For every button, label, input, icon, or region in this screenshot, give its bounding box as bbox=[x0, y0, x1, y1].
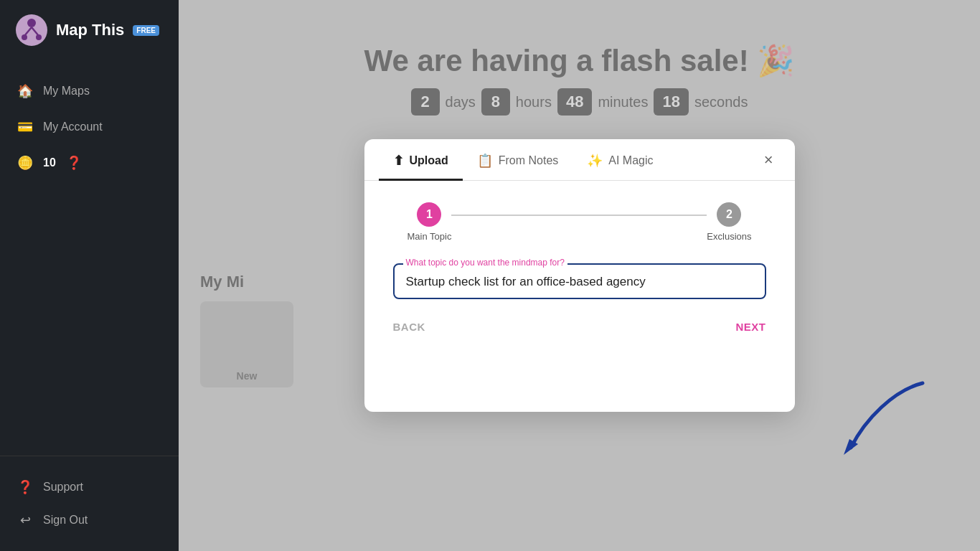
modal-footer: BACK NEXT bbox=[364, 306, 795, 333]
svg-point-1 bbox=[27, 19, 36, 27]
logo-text: Map This bbox=[56, 21, 124, 39]
step-line bbox=[451, 215, 707, 216]
free-badge: FREE bbox=[133, 25, 159, 36]
step-2-container: 2 Exclusions bbox=[707, 202, 751, 242]
logo-area: Map This FREE bbox=[0, 0, 179, 60]
sidebar-support-label: Support bbox=[43, 481, 83, 494]
tab-upload-label: Upload bbox=[410, 154, 448, 167]
modal-tabs: ⬆ Upload 📋 From Notes ✨ AI Magic × bbox=[364, 139, 795, 181]
coins-display: 🪙 10 ❓ bbox=[0, 146, 179, 179]
svg-point-4 bbox=[22, 34, 27, 40]
back-button[interactable]: BACK bbox=[393, 321, 425, 333]
svg-point-5 bbox=[36, 34, 42, 40]
notes-icon: 📋 bbox=[477, 153, 493, 169]
sidebar-sign-out-label: Sign Out bbox=[43, 514, 88, 527]
modal-overlay: ⬆ Upload 📋 From Notes ✨ AI Magic × 1 Mai… bbox=[179, 0, 980, 551]
sidebar-bottom: ❓ Support ↩ Sign Out bbox=[0, 456, 179, 551]
stepper: 1 Main Topic 2 Exclusions bbox=[364, 181, 795, 249]
next-button[interactable]: NEXT bbox=[735, 321, 765, 333]
help-icon[interactable]: ❓ bbox=[66, 155, 82, 171]
sidebar-item-my-account-label: My Account bbox=[43, 121, 103, 133]
sidebar-item-my-account[interactable]: 💳 My Account bbox=[0, 110, 179, 143]
step-2-circle: 2 bbox=[717, 202, 741, 227]
step-2-label: Exclusions bbox=[707, 231, 751, 242]
support-icon: ❓ bbox=[17, 479, 33, 495]
sidebar-item-my-maps-label: My Maps bbox=[43, 85, 90, 98]
step-1-container: 1 Main Topic bbox=[407, 202, 452, 242]
sidebar-nav: 🏠 My Maps 💳 My Account 🪙 10 ❓ bbox=[0, 60, 179, 456]
modal-close-button[interactable]: × bbox=[757, 143, 781, 176]
ai-magic-icon: ✨ bbox=[587, 153, 603, 169]
tab-ai-magic-label: AI Magic bbox=[608, 154, 653, 167]
account-icon: 💳 bbox=[17, 119, 33, 135]
step-1-circle: 1 bbox=[417, 202, 441, 227]
sidebar-item-support[interactable]: ❓ Support bbox=[0, 471, 179, 504]
sidebar: Map This FREE 🏠 My Maps 💳 My Account 🪙 1… bbox=[0, 0, 179, 551]
coins-count: 10 bbox=[43, 156, 56, 169]
sidebar-item-my-maps[interactable]: 🏠 My Maps bbox=[0, 75, 179, 108]
tab-upload[interactable]: ⬆ Upload bbox=[379, 140, 463, 181]
tab-from-notes-label: From Notes bbox=[499, 154, 559, 167]
home-icon: 🏠 bbox=[17, 83, 33, 99]
modal: ⬆ Upload 📋 From Notes ✨ AI Magic × 1 Mai… bbox=[364, 139, 795, 412]
input-label: What topic do you want the mindmap for? bbox=[403, 258, 567, 268]
main-content: We are having a flash sale! 🎉 2 days 8 h… bbox=[179, 0, 980, 551]
tab-ai-magic[interactable]: ✨ AI Magic bbox=[573, 140, 667, 181]
coins-icon: 🪙 bbox=[17, 155, 33, 171]
input-wrapper: What topic do you want the mindmap for? bbox=[393, 263, 766, 299]
sidebar-item-sign-out[interactable]: ↩ Sign Out bbox=[0, 504, 179, 537]
sign-out-icon: ↩ bbox=[17, 512, 33, 528]
upload-icon: ⬆ bbox=[393, 153, 404, 169]
logo-icon bbox=[14, 13, 49, 47]
step-1-label: Main Topic bbox=[407, 231, 452, 242]
tab-from-notes[interactable]: 📋 From Notes bbox=[463, 140, 573, 181]
topic-input[interactable] bbox=[406, 275, 753, 289]
topic-section: What topic do you want the mindmap for? bbox=[364, 249, 795, 306]
